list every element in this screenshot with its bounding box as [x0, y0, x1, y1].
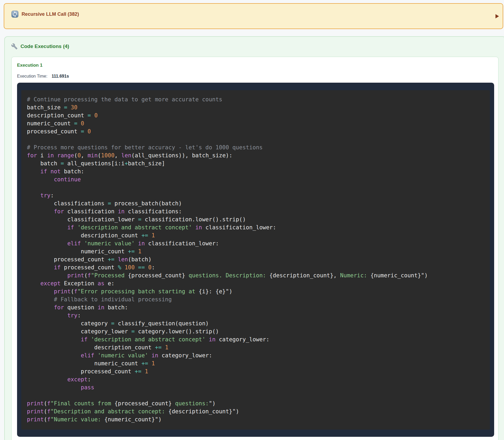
refresh-icon: [11, 11, 18, 18]
code-executions-section: Code Executions (4) Execution 1 Executio…: [4, 36, 504, 440]
banner-title: Recursive LLM Call (382): [22, 11, 79, 17]
code-block-container: # Continue processing the data to get mo…: [17, 83, 494, 437]
execution-time-value: 111.691s: [52, 74, 69, 78]
execution-time-row: Execution Time:111.691s: [17, 74, 494, 79]
execution-card: Execution 1 Execution Time:111.691s # Co…: [11, 57, 499, 440]
section-title: Code Executions (4): [21, 43, 69, 50]
execution-title: Execution 1: [17, 62, 494, 68]
code-executions-header: Code Executions (4): [11, 43, 504, 50]
play-triangle-icon[interactable]: [495, 14, 499, 18]
execution-time-label: Execution Time:: [17, 74, 47, 78]
code-block: # Continue processing the data to get mo…: [21, 90, 490, 430]
banner-header: Recursive LLM Call (382): [11, 11, 79, 18]
wrench-icon: [11, 43, 18, 50]
recursive-llm-call-banner[interactable]: Recursive LLM Call (382): [4, 3, 503, 29]
